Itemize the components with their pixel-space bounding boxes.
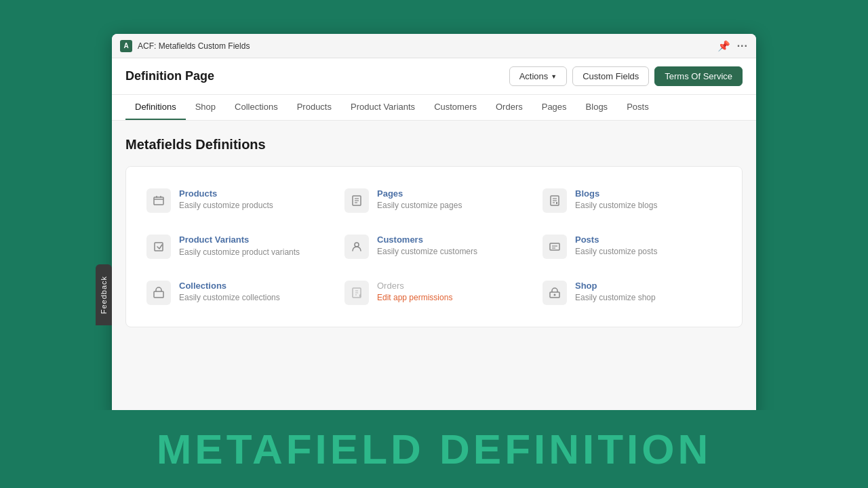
title-bar-text: ACF: Metafields Custom Fields xyxy=(138,41,250,51)
tab-collections[interactable]: Collections xyxy=(225,95,288,120)
shop-desc: Easily customize shop xyxy=(575,293,656,302)
tab-orders[interactable]: Orders xyxy=(486,95,532,120)
section-title: Metafields Definitions xyxy=(125,137,743,152)
customers-info: Customers Easily customize customers xyxy=(377,235,477,256)
products-name: Products xyxy=(179,188,273,199)
card-product-variants[interactable]: Product Variants Easily customize produc… xyxy=(137,224,335,270)
app-header: Definition Page Actions ▼ Custom Fields … xyxy=(112,58,756,95)
custom-fields-button[interactable]: Custom Fields xyxy=(572,66,649,86)
cards-grid: Products Easily customize products Pages… xyxy=(137,178,731,316)
products-desc: Easily customize products xyxy=(179,201,273,210)
cards-container: Products Easily customize products Pages… xyxy=(125,166,743,327)
pages-icon xyxy=(344,188,369,213)
title-bar-left: A ACF: Metafields Custom Fields xyxy=(120,40,250,52)
card-posts[interactable]: Posts Easily customize posts xyxy=(533,224,731,270)
orders-info: Orders Edit app permissions xyxy=(377,281,452,302)
tab-definitions[interactable]: Definitions xyxy=(125,95,186,120)
header-actions: Actions ▼ Custom Fields Terms Of Service xyxy=(509,66,743,86)
posts-name: Posts xyxy=(575,235,657,245)
collections-icon xyxy=(146,281,171,305)
collections-desc: Easily customize collections xyxy=(179,293,280,302)
card-orders[interactable]: Orders Edit app permissions xyxy=(335,270,533,316)
tab-shop[interactable]: Shop xyxy=(186,95,225,120)
more-icon[interactable]: ··· xyxy=(737,40,748,52)
page-title: Definition Page xyxy=(125,69,214,83)
card-customers[interactable]: Customers Easily customize customers xyxy=(335,224,533,270)
svg-rect-0 xyxy=(154,197,163,205)
dropdown-arrow-icon: ▼ xyxy=(551,73,557,80)
svg-rect-13 xyxy=(154,291,163,298)
products-icon xyxy=(146,188,171,213)
tab-products[interactable]: Products xyxy=(288,95,341,120)
actions-button[interactable]: Actions ▼ xyxy=(509,66,568,86)
posts-info: Posts Easily customize posts xyxy=(575,235,657,256)
posts-desc: Easily customize posts xyxy=(575,247,657,256)
card-collections[interactable]: Collections Easily customize collections xyxy=(137,270,335,316)
card-shop[interactable]: Shop Easily customize shop xyxy=(533,270,731,316)
blogs-info: Blogs Easily customize blogs xyxy=(575,188,657,210)
card-blogs[interactable]: Blogs Easily customize blogs xyxy=(533,178,731,224)
product-variants-icon xyxy=(146,235,171,259)
pin-icon[interactable]: 📌 xyxy=(717,40,730,52)
title-bar: A ACF: Metafields Custom Fields 📌 ··· xyxy=(112,34,756,58)
svg-rect-8 xyxy=(155,243,163,251)
nav-tabs: Definitions Shop Collections Products Pr… xyxy=(112,95,756,121)
blogs-icon xyxy=(542,188,567,213)
bottom-banner: METAFIELD DEFINITION xyxy=(0,410,868,488)
tab-product-variants[interactable]: Product Variants xyxy=(341,95,425,120)
customers-name: Customers xyxy=(377,235,477,245)
collections-name: Collections xyxy=(179,281,280,291)
customers-icon xyxy=(344,235,369,259)
products-info: Products Easily customize products xyxy=(179,188,273,210)
card-products[interactable]: Products Easily customize products xyxy=(137,178,335,224)
bottom-banner-text: METAFIELD DEFINITION xyxy=(157,425,712,473)
orders-name: Orders xyxy=(377,281,452,291)
blogs-desc: Easily customize blogs xyxy=(575,201,657,210)
tab-blogs[interactable]: Blogs xyxy=(576,95,618,120)
shop-info: Shop Easily customize shop xyxy=(575,281,656,302)
acf-app-icon: A xyxy=(120,40,132,52)
pages-info: Pages Easily customize pages xyxy=(377,188,462,210)
pages-name: Pages xyxy=(377,188,462,199)
orders-icon xyxy=(344,281,369,305)
svg-rect-10 xyxy=(550,243,559,250)
tab-customers[interactable]: Customers xyxy=(425,95,486,120)
collections-info: Collections Easily customize collections xyxy=(179,281,280,302)
shop-name: Shop xyxy=(575,281,656,291)
app-window: A ACF: Metafields Custom Fields 📌 ··· De… xyxy=(112,34,756,419)
title-bar-controls: 📌 ··· xyxy=(717,40,748,52)
card-pages[interactable]: Pages Easily customize pages xyxy=(335,178,533,224)
feedback-tab[interactable]: Feedback xyxy=(96,264,112,325)
tab-posts[interactable]: Posts xyxy=(617,95,658,120)
product-variants-name: Product Variants xyxy=(179,235,300,245)
svg-point-9 xyxy=(355,243,359,247)
customers-desc: Easily customize customers xyxy=(377,247,477,256)
product-variants-desc: Easily customize product variants xyxy=(179,247,300,258)
svg-point-16 xyxy=(554,294,556,296)
tab-pages[interactable]: Pages xyxy=(532,95,576,120)
orders-link[interactable]: Edit app permissions xyxy=(377,293,452,302)
terms-of-service-button[interactable]: Terms Of Service xyxy=(654,66,743,86)
pages-desc: Easily customize pages xyxy=(377,201,462,210)
main-content: Metafields Definitions Products Easily c… xyxy=(112,121,756,419)
blogs-name: Blogs xyxy=(575,188,657,199)
feedback-label: Feedback xyxy=(100,276,108,314)
shop-icon xyxy=(542,281,567,305)
posts-icon xyxy=(542,235,567,259)
product-variants-info: Product Variants Easily customize produc… xyxy=(179,235,300,258)
